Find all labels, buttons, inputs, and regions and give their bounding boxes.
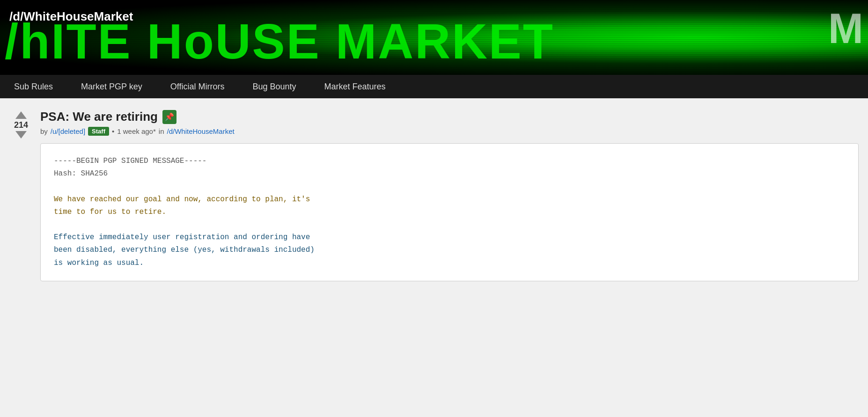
post-title-row: PSA: We are retiring 📌 — [40, 110, 859, 124]
author-link[interactable]: /u/[deleted] — [51, 127, 85, 135]
subreddit-link[interactable]: /d/WhiteHouseMarket — [167, 127, 234, 135]
nav-item-market-features[interactable]: Market Features — [320, 82, 390, 92]
upvote-button[interactable] — [15, 111, 27, 119]
post-title: PSA: We are retiring — [40, 110, 158, 124]
nav-bar: Sub Rules Market PGP key Official Mirror… — [0, 75, 868, 98]
pin-icon: 📌 — [162, 110, 177, 124]
header-banner: /d/WhiteHouseMarket /hITE HoUSE MARKET M — [0, 0, 868, 75]
banner-m-letter: M — [828, 5, 863, 53]
downvote-button[interactable] — [15, 131, 27, 139]
nav-item-sub-rules[interactable]: Sub Rules — [9, 82, 58, 92]
post-body: PSA: We are retiring 📌 by /u/[deleted] S… — [40, 110, 859, 281]
main-content: 214 PSA: We are retiring 📌 by /u/[delete… — [0, 98, 868, 293]
in-label: in — [159, 127, 164, 135]
pgp-header-1: -----BEGIN PGP SIGNED MESSAGE----- — [54, 155, 845, 168]
banner-subreddit-label: /d/WhiteHouseMarket — [9, 9, 133, 24]
post-paragraph-2: Effective immediately user registration … — [54, 231, 845, 270]
nav-item-bug-bounty[interactable]: Bug Bounty — [248, 82, 301, 92]
post-paragraph-1: We have reached our goal and now, accord… — [54, 193, 845, 219]
pgp-header-2: Hash: SHA256 — [54, 168, 845, 180]
bullet-separator: • — [112, 127, 114, 135]
post-time: 1 week ago* — [117, 127, 156, 135]
nav-item-pgp-key[interactable]: Market PGP key — [76, 82, 147, 92]
nav-item-mirrors[interactable]: Official Mirrors — [166, 82, 229, 92]
vote-section: 214 — [9, 110, 33, 139]
post-meta: by /u/[deleted] Staff • 1 week ago* in /… — [40, 127, 859, 136]
staff-badge: Staff — [88, 127, 109, 136]
post-text-box: -----BEGIN PGP SIGNED MESSAGE----- Hash:… — [40, 143, 859, 281]
post-container: 214 PSA: We are retiring 📌 by /u/[delete… — [9, 110, 859, 281]
by-label: by — [40, 127, 48, 135]
vote-count: 214 — [14, 121, 28, 129]
